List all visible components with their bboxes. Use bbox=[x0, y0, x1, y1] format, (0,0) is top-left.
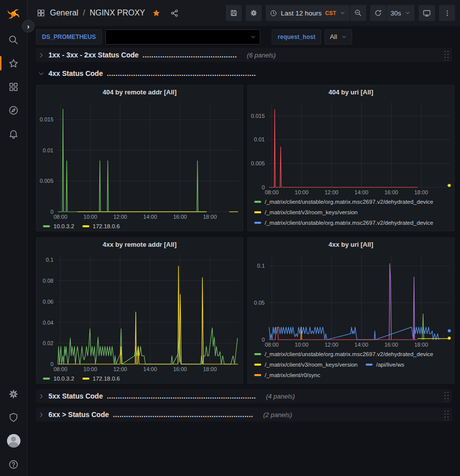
svg-text:12:00: 12:00 bbox=[113, 214, 127, 220]
legend-item[interactable]: /_matrix/client/unstable/org.matrix.msc2… bbox=[254, 380, 434, 384]
variable-request-host-value-dropdown[interactable]: All bbox=[325, 29, 352, 44]
chart-canvas[interactable]: 00.020.040.060.080.108:0010:0012:0014:00… bbox=[36, 251, 243, 373]
legend-label: 172.18.0.6 bbox=[93, 376, 120, 382]
legend-item[interactable]: /sw.js bbox=[366, 228, 390, 231]
svg-text:16:00: 16:00 bbox=[385, 189, 399, 195]
row-1xx-3xx-2xx[interactable]: 1xx - 3xx - 2xx Status Code ............… bbox=[36, 48, 452, 62]
toolbar: Last 12 hours CST bbox=[226, 5, 455, 21]
kebab-menu-icon bbox=[444, 9, 451, 17]
legend-item[interactable]: /_matrix/client/r0/sync bbox=[254, 370, 320, 380]
chart-canvas[interactable]: 00.0050.010.01508:0010:0012:0014:0016:00… bbox=[248, 98, 454, 196]
time-range-picker[interactable]: Last 12 hours CST bbox=[266, 5, 350, 21]
svg-text:12:00: 12:00 bbox=[325, 189, 339, 195]
svg-text:12:00: 12:00 bbox=[113, 366, 127, 372]
sidebar-item-search[interactable] bbox=[0, 28, 27, 51]
legend-item[interactable]: /_matrix/client/v3/room_keys/version bbox=[254, 207, 358, 217]
shield-icon bbox=[8, 412, 19, 423]
svg-text:0.04: 0.04 bbox=[43, 320, 53, 326]
chevron-down-icon bbox=[340, 10, 346, 16]
legend-label: /_matrix/client/v3/room_keys/version bbox=[265, 209, 358, 215]
sidebar-item-configuration[interactable] bbox=[0, 382, 27, 406]
variables-submenu: DS_PROMETHEUS request_host All bbox=[27, 26, 460, 47]
legend-item[interactable]: /api/live/ws bbox=[366, 359, 404, 370]
legend-item[interactable]: 10.0.3.2 bbox=[43, 373, 74, 384]
legend-item[interactable]: /_matrix/client/unstable/org.matrix.msc2… bbox=[254, 217, 434, 228]
chart-canvas[interactable]: 00.050.108:0010:0012:0014:0016:0018:00 bbox=[248, 251, 454, 349]
more-options-button[interactable] bbox=[439, 5, 455, 21]
svg-text:0.08: 0.08 bbox=[43, 278, 53, 284]
variable-request-host[interactable]: request_host bbox=[272, 29, 321, 44]
sidebar-expand-button[interactable]: › bbox=[22, 20, 34, 32]
sidebar-item-explore[interactable] bbox=[0, 98, 27, 122]
panel-title[interactable]: 4xx by uri [All] bbox=[248, 238, 454, 251]
panel-title[interactable]: 4xx by remote addr [All] bbox=[36, 238, 243, 251]
dashboard-settings-button[interactable] bbox=[246, 5, 262, 21]
svg-text:08:00: 08:00 bbox=[265, 189, 279, 195]
legend-item[interactable]: 10.0.3.2 bbox=[43, 221, 74, 231]
star-outline-icon bbox=[8, 58, 19, 69]
save-icon bbox=[230, 9, 238, 17]
row-title-leader: ........................................… bbox=[107, 69, 256, 77]
legend-item[interactable]: /_matrix/client/unstable/org.matrix.msc2… bbox=[254, 349, 434, 359]
row-drag-handle[interactable] bbox=[443, 49, 449, 60]
refresh-button[interactable] bbox=[370, 5, 386, 21]
panel-legend: 10.0.3.2172.18.0.6 bbox=[36, 221, 243, 231]
favorite-star-button[interactable] bbox=[152, 8, 161, 17]
sidebar-item-profile[interactable] bbox=[0, 429, 27, 453]
variable-ds-prometheus-value-dropdown[interactable] bbox=[105, 29, 260, 44]
legend-item[interactable]: /_matrix/client/unstable/org.matrix.msc2… bbox=[254, 196, 434, 207]
row-drag-handle[interactable] bbox=[443, 391, 449, 402]
svg-text:10:00: 10:00 bbox=[83, 366, 97, 372]
legend-item[interactable]: 172.18.0.6 bbox=[82, 221, 120, 231]
legend-label: /_matrix/client/unstable/org.matrix.msc2… bbox=[265, 199, 434, 205]
monitor-icon bbox=[423, 9, 431, 17]
legend-swatch bbox=[254, 211, 261, 213]
legend-swatch bbox=[43, 225, 50, 227]
share-icon bbox=[170, 9, 179, 17]
sidebar-item-starred[interactable] bbox=[0, 51, 27, 75]
legend-label: /_matrix/client/v3/room_keys/version bbox=[265, 362, 358, 368]
svg-text:18:00: 18:00 bbox=[203, 366, 217, 372]
svg-text:0.01: 0.01 bbox=[254, 136, 265, 142]
sidebar-item-server-admin[interactable] bbox=[0, 406, 27, 429]
panel-legend: 10.0.3.2172.18.0.6 bbox=[36, 373, 243, 384]
breadcrumb-dashboard-title[interactable]: NGINX PROXY bbox=[89, 8, 145, 17]
zoom-out-time-button[interactable] bbox=[350, 5, 366, 21]
legend-item[interactable]: 172.18.0.6 bbox=[82, 373, 120, 384]
variable-request-host-value: All bbox=[330, 33, 337, 40]
chevron-down-icon bbox=[341, 34, 347, 40]
legend-label: /_matrix/client/r0/sync bbox=[265, 372, 320, 378]
sidebar-item-alerting[interactable] bbox=[0, 122, 27, 145]
svg-text:14:00: 14:00 bbox=[355, 189, 369, 195]
timezone-label: CST bbox=[325, 10, 336, 16]
breadcrumb-section[interactable]: General bbox=[50, 8, 78, 17]
row-title: 1xx - 3xx - 2xx Status Code bbox=[48, 51, 139, 59]
legend-swatch bbox=[82, 225, 89, 227]
panel-4xx-by-remote-addr: 4xx by remote addr [All] 00.020.040.060.… bbox=[36, 237, 243, 384]
legend-item[interactable]: /_matrix/client/v3/room_keys/version bbox=[254, 359, 358, 370]
chart-canvas[interactable]: 00.0050.010.01508:0010:0012:0014:0016:00… bbox=[36, 98, 243, 221]
sidebar-item-help[interactable] bbox=[0, 453, 27, 476]
chevron-down-icon bbox=[405, 10, 411, 16]
sidebar-item-dashboards[interactable] bbox=[0, 75, 27, 98]
row-drag-handle[interactable] bbox=[443, 409, 449, 420]
svg-text:0.015: 0.015 bbox=[251, 113, 265, 119]
legend-label: /_matrix/client/unstable/org.matrix.msc2… bbox=[265, 383, 434, 384]
row-6xx[interactable]: 6xx > Status Code ......................… bbox=[36, 408, 452, 422]
row-5xx[interactable]: 5xx Status Code ........................… bbox=[36, 389, 452, 403]
dashboard-grid-icon bbox=[36, 8, 45, 17]
variable-ds-prometheus[interactable]: DS_PROMETHEUS bbox=[36, 29, 102, 44]
refresh-interval-picker[interactable]: 30s bbox=[387, 5, 415, 21]
panel-title[interactable]: 404 by remote addr [All] bbox=[36, 85, 243, 98]
legend-item[interactable]: /_matrix/client/v3/room_keys/version bbox=[254, 228, 358, 231]
row-4xx[interactable]: 4xx Status Code ........................… bbox=[36, 66, 452, 80]
save-dashboard-button[interactable] bbox=[226, 5, 242, 21]
cycle-view-mode-button[interactable] bbox=[419, 5, 435, 21]
svg-text:0.05: 0.05 bbox=[254, 300, 265, 306]
main-area: General / NGINX PROXY bbox=[27, 0, 460, 476]
panel-title[interactable]: 404 by uri [All] bbox=[248, 85, 454, 98]
gear-icon bbox=[8, 389, 19, 400]
svg-text:0.1: 0.1 bbox=[257, 263, 265, 269]
legend-label: 10.0.3.2 bbox=[53, 223, 74, 229]
share-button[interactable] bbox=[170, 9, 179, 17]
